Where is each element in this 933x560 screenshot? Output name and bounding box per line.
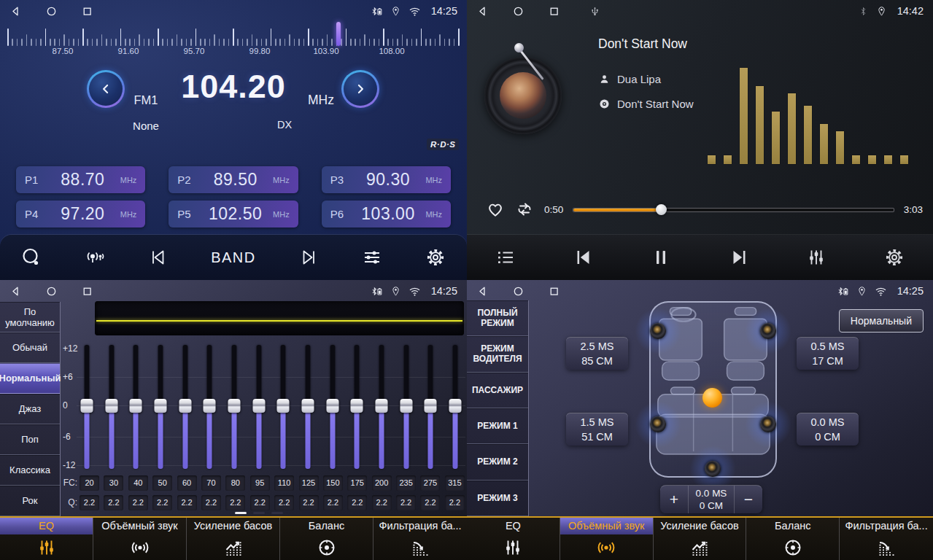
eq-band-slider[interactable] [150,345,171,469]
recents-square-icon[interactable] [81,5,93,18]
seek-slider[interactable] [573,204,894,215]
eq-preset-item[interactable]: По умолчанию [0,302,60,332]
gear-icon[interactable] [884,247,905,268]
eq-band-slider[interactable] [420,345,441,469]
slider-handle[interactable] [81,399,93,413]
previous-track-icon[interactable] [573,247,594,268]
eq-band-slider[interactable] [77,345,97,469]
slider-handle[interactable] [449,399,461,413]
next-station-icon[interactable] [298,247,319,268]
slider-handle[interactable] [400,399,412,413]
playlist-icon[interactable] [495,247,516,268]
tab-bass[interactable]: Усиление басов [187,518,280,560]
slider-handle[interactable] [252,399,265,413]
slider-handle[interactable] [105,399,117,413]
slider-handle[interactable] [154,399,166,413]
surround-preset-button[interactable]: Нормальный [839,309,924,332]
search-icon[interactable] [21,247,42,268]
tab-eq[interactable]: EQ [0,518,93,560]
audio-settings-icon[interactable] [362,247,382,268]
tab-filter[interactable]: Фильтрация ба... [373,518,467,560]
artist-name: Dua Lipa [617,73,661,85]
back-icon[interactable] [476,285,489,298]
increase-delay-button[interactable]: + [660,486,688,513]
home-circle-icon[interactable] [45,285,58,298]
home-circle-icon[interactable] [45,5,58,18]
eq-preset-item[interactable]: Обычай [0,332,60,363]
radio-preset-button[interactable]: P5102.50MHz [169,201,298,228]
slider-handle[interactable] [277,399,290,413]
slider-handle[interactable] [130,399,142,413]
eq-band-slider[interactable] [199,345,220,469]
surround-mode-item[interactable]: ПАССАЖИР [467,373,528,408]
slider-handle[interactable] [351,399,363,413]
radio-preset-button[interactable]: P6103.00MHz [322,201,451,228]
eq-preset-item[interactable]: Джаз [0,394,60,424]
eq-band-slider[interactable] [371,345,392,469]
equalizer-icon[interactable] [806,247,826,268]
rear-left-delay-button[interactable]: 1.5 MS 51 CM [566,413,628,446]
recents-square-icon[interactable] [548,285,560,298]
surround-mode-item[interactable]: РЕЖИМ 2 [467,444,528,480]
radio-preset-button[interactable]: P497.20MHz [16,201,145,228]
surround-mode-item[interactable]: РЕЖИМ 3 [467,481,528,516]
favorite-heart-icon[interactable] [486,200,505,219]
radio-preset-button[interactable]: P188.70MHz [16,166,145,193]
tab-balance[interactable]: Баланс [280,518,373,560]
tab-bass[interactable]: Усиление басов [654,518,747,560]
slider-handle[interactable] [179,399,191,413]
surround-mode-item[interactable]: РЕЖИМ 1 [467,408,528,444]
eq-band-slider[interactable] [249,345,269,469]
surround-mode-item[interactable]: РЕЖИМ ВОДИТЕЛЯ [467,336,528,372]
slider-handle[interactable] [425,399,437,413]
eq-band-slider[interactable] [175,345,195,469]
slider-handle[interactable] [375,399,387,413]
eq-preset-item[interactable]: Классика [0,455,60,486]
gear-icon[interactable] [425,247,446,268]
broadcast-scan-icon[interactable] [85,247,105,268]
home-circle-icon[interactable] [512,5,524,18]
band-button[interactable]: BAND [211,249,256,266]
tab-balance[interactable]: Баланс [746,518,840,560]
recents-square-icon[interactable] [81,285,93,298]
eq-preset-item[interactable]: Рок [0,486,60,516]
radio-preset-button[interactable]: P390.30MHz [322,166,451,193]
eq-band-slider[interactable] [125,345,146,469]
eq-band-slider[interactable] [298,345,318,469]
front-right-delay-button[interactable]: 0.5 MS 17 CM [797,337,859,370]
slider-handle[interactable] [204,399,216,413]
eq-preset-item[interactable]: Поп [0,424,60,455]
back-icon[interactable] [9,285,22,298]
eq-band-slider[interactable] [101,345,122,469]
home-circle-icon[interactable] [512,285,524,298]
tab-filter[interactable]: Фильтрация ба... [840,518,933,560]
listening-position-ball[interactable] [702,388,722,408]
pause-icon[interactable] [651,247,671,268]
seek-thumb[interactable] [656,204,667,215]
surround-mode-item[interactable]: ПОЛНЫЙ РЕЖИМ [467,300,528,336]
front-left-delay-button[interactable]: 2.5 MS 85 CM [566,337,628,370]
eq-band-slider[interactable] [445,345,465,469]
eq-band-slider[interactable] [273,345,293,469]
eq-preset-item[interactable]: Нормальный [0,363,60,394]
radio-preset-button[interactable]: P289.50MHz [169,166,298,193]
slider-handle[interactable] [301,399,314,413]
back-icon[interactable] [476,5,489,18]
eq-band-slider[interactable] [396,345,417,469]
slider-handle[interactable] [326,399,338,413]
back-icon[interactable] [9,5,22,18]
previous-station-icon[interactable] [148,247,169,268]
decrease-delay-button[interactable]: − [735,486,762,513]
eq-band-slider[interactable] [322,345,343,469]
eq-band-slider[interactable] [347,345,367,469]
tab-eq[interactable]: EQ [467,518,560,560]
tab-surround[interactable]: Объёмный звук [560,518,654,560]
eq-band-slider[interactable] [224,345,244,469]
tab-surround[interactable]: Объёмный звук [93,518,187,560]
rear-right-delay-button[interactable]: 0.0 MS 0 CM [797,413,859,446]
tuner-scale[interactable] [7,24,460,46]
recents-square-icon[interactable] [548,5,560,18]
repeat-icon[interactable] [514,199,535,219]
next-track-icon[interactable] [729,247,749,268]
slider-handle[interactable] [228,399,240,413]
